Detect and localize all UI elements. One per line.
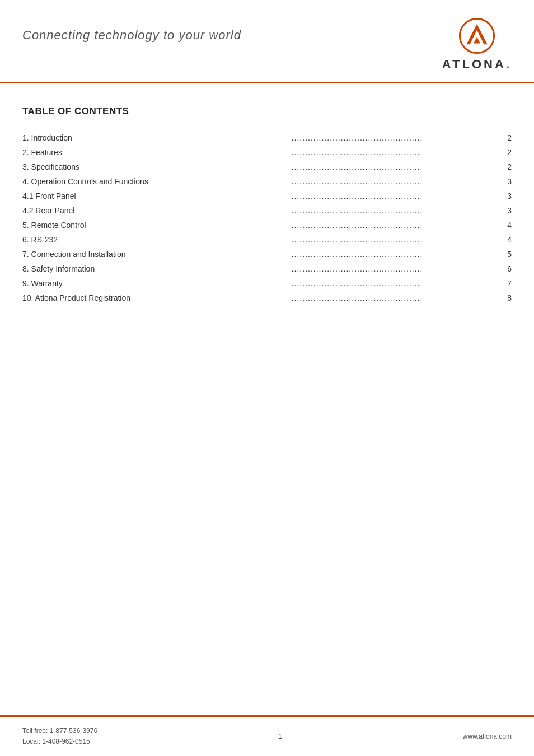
toc-dots: ........................................…	[292, 145, 495, 160]
toc-dots: ........................................…	[292, 247, 495, 262]
toc-dots: ........................................…	[292, 291, 495, 305]
toc-entry-label: 3. Specifications	[22, 160, 292, 174]
toc-entry-label: 10. Atlona Product Registration	[22, 291, 292, 305]
toc-page-number: 2	[495, 160, 512, 174]
toc-row: 8. Safety Information...................…	[22, 262, 512, 276]
toc-page-number: 2	[495, 145, 512, 160]
toc-row: 3. Specifications.......................…	[22, 160, 512, 174]
toc-title: TABLE OF CONTENTS	[22, 106, 512, 117]
page-number: 1	[278, 732, 282, 740]
content-spacer	[0, 516, 534, 715]
footer-contact: Toll free: 1-877-536-3976 Local: 1-408-9…	[22, 726, 97, 747]
main-content: TABLE OF CONTENTS 1. Introduction.......…	[0, 83, 534, 516]
logo-name: ATLONA	[442, 57, 506, 71]
toc-entry-label: 1. Introduction	[22, 130, 292, 145]
toc-page-number: 4	[495, 232, 512, 247]
toc-row: 5. Remote Control.......................…	[22, 218, 512, 232]
atlona-logo-icon	[458, 17, 496, 55]
toll-free: Toll free: 1-877-536-3976	[22, 726, 97, 736]
toc-dots: ........................................…	[292, 218, 495, 232]
toc-dots: ........................................…	[292, 262, 495, 276]
toc-page-number: 7	[495, 276, 512, 291]
toc-entry-label: 4. Operation Controls and Functions	[22, 174, 292, 189]
logo-dot: .	[506, 57, 512, 71]
toc-row: 9. Warranty.............................…	[22, 276, 512, 291]
toc-entry-label: 7. Connection and Installation	[22, 247, 292, 262]
toc-page-number: 2	[495, 130, 512, 145]
toc-row: 10. Atlona Product Registration.........…	[22, 291, 512, 305]
toc-row: 4.2 Rear Panel..........................…	[22, 203, 512, 218]
toc-row: 2. Features.............................…	[22, 145, 512, 160]
toc-entry-label: 6. RS-232	[22, 232, 292, 247]
page: Connecting technology to your world ATLO…	[0, 0, 534, 756]
toc-entry-label: 5. Remote Control	[22, 218, 292, 232]
toc-entry-label: 8. Safety Information	[22, 262, 292, 276]
website: www.atlona.com	[463, 732, 512, 740]
toc-row: 4.1 Front Panel.........................…	[22, 189, 512, 203]
toc-page-number: 6	[495, 262, 512, 276]
toc-entry-label: 4.1 Front Panel	[22, 189, 292, 203]
toc-table: 1. Introduction.........................…	[22, 130, 512, 305]
toc-entry-label: 4.2 Rear Panel	[22, 203, 292, 218]
toc-row: 7. Connection and Installation..........…	[22, 247, 512, 262]
local-number: Local: 1-408-962-0515	[22, 736, 97, 747]
toc-row: 1. Introduction.........................…	[22, 130, 512, 145]
toc-dots: ........................................…	[292, 189, 495, 203]
toc-page-number: 3	[495, 174, 512, 189]
toc-row: 6. RS-232...............................…	[22, 232, 512, 247]
toc-dots: ........................................…	[292, 276, 495, 291]
toc-dots: ........................................…	[292, 203, 495, 218]
toc-entry-label: 9. Warranty	[22, 276, 292, 291]
logo-container: ATLONA.	[442, 17, 512, 72]
logo-text: ATLONA.	[442, 57, 512, 72]
toc-dots: ........................................…	[292, 130, 495, 145]
toc-page-number: 8	[495, 291, 512, 305]
toc-page-number: 5	[495, 247, 512, 262]
toc-entry-label: 2. Features	[22, 145, 292, 160]
footer: Toll free: 1-877-536-3976 Local: 1-408-9…	[0, 717, 534, 756]
header: Connecting technology to your world ATLO…	[0, 0, 534, 72]
toc-row: 4. Operation Controls and Functions.....…	[22, 174, 512, 189]
toc-dots: ........................................…	[292, 232, 495, 247]
toc-page-number: 3	[495, 189, 512, 203]
toc-page-number: 3	[495, 203, 512, 218]
toc-dots: ........................................…	[292, 160, 495, 174]
toc-page-number: 4	[495, 218, 512, 232]
toc-dots: ........................................…	[292, 174, 495, 189]
tagline: Connecting technology to your world	[22, 17, 241, 43]
